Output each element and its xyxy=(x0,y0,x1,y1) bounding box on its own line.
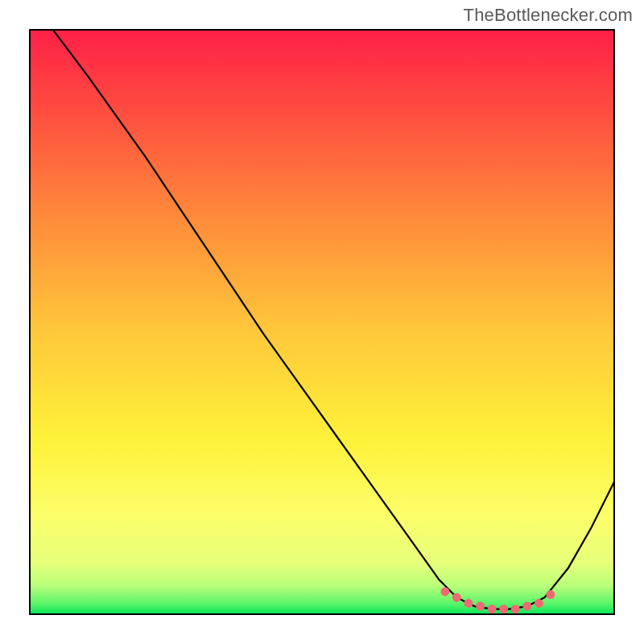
optimal-marker-dot xyxy=(440,587,449,596)
optimal-marker-dot xyxy=(546,590,555,599)
optimal-marker-dot xyxy=(535,599,543,608)
plot-area xyxy=(29,29,615,615)
optimal-marker-dot xyxy=(499,605,508,613)
chart-container: TheBottlenecker.com xyxy=(0,0,644,644)
optimal-marker-dot xyxy=(522,602,531,611)
watermark-text: TheBottlenecker.com xyxy=(464,5,633,26)
bottleneck-curve xyxy=(52,29,615,609)
optimal-marker-dot xyxy=(476,602,485,611)
curve-layer xyxy=(29,29,615,615)
optimal-marker-dot xyxy=(452,593,461,602)
optimal-marker-dot xyxy=(511,605,520,613)
optimal-marker-dot xyxy=(488,605,497,613)
optimal-marker-dot xyxy=(464,599,473,608)
